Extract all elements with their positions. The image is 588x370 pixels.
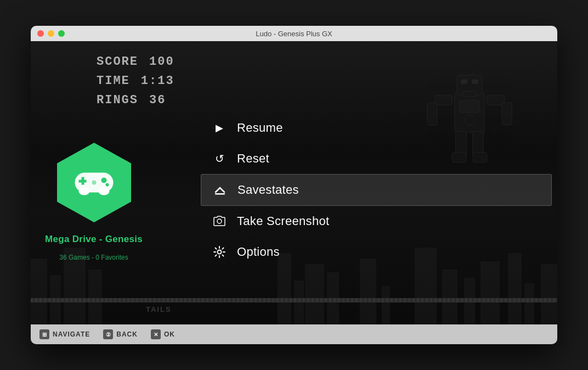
menu-item-reset[interactable]: ↺ Reset	[201, 143, 552, 174]
menu-item-options[interactable]: Options	[201, 237, 552, 267]
svg-rect-5	[487, 95, 505, 105]
tails-text: TAILS	[146, 305, 172, 313]
camera-icon	[212, 214, 227, 229]
ok-control: ✕ OK	[151, 329, 175, 339]
back-control: ② BACK	[103, 329, 138, 339]
navigate-control: ⊞ NAVIGATE	[39, 329, 90, 339]
options-icon	[212, 244, 227, 260]
svg-point-22	[78, 188, 89, 195]
svg-rect-11	[461, 80, 467, 83]
back-badge: ②	[103, 329, 113, 339]
close-button[interactable]	[37, 30, 44, 37]
titlebar: Ludo - Genesis Plus GX	[31, 26, 557, 41]
time-label: TIME	[97, 71, 130, 91]
time-value: 1:13	[141, 71, 174, 91]
svg-point-21	[92, 181, 96, 185]
game-hud: SCORE 100 TIME 1:13 RINGS 36	[97, 52, 174, 110]
savestates-icon	[212, 182, 228, 198]
window-title: Ludo - Genesis Plus GX	[256, 30, 332, 38]
console-logo	[52, 140, 137, 225]
rings-value: 36	[149, 91, 166, 110]
resume-label: Resume	[237, 121, 283, 135]
minimize-button[interactable]	[48, 30, 54, 37]
games-count: 36 Games - 0 Favorites	[59, 254, 128, 261]
bottom-bar: ⊞ NAVIGATE ② BACK ✕ OK	[31, 324, 557, 344]
console-name: Mega Drive - Genesis	[45, 234, 143, 245]
svg-rect-12	[472, 80, 478, 83]
take-screenshot-label: Take Screenshot	[237, 214, 329, 228]
back-label: BACK	[116, 330, 138, 338]
svg-point-23	[98, 188, 109, 195]
svg-rect-3	[434, 95, 452, 105]
rings-label: RINGS	[97, 91, 138, 110]
ok-label: OK	[164, 330, 175, 338]
menu-overlay: ▶ Resume ↺ Reset Savestates	[201, 113, 552, 267]
svg-rect-13	[460, 100, 479, 113]
left-panel: Mega Drive - Genesis 36 Games - 0 Favori…	[36, 140, 151, 261]
resume-icon: ▶	[212, 120, 227, 136]
score-label: SCORE	[97, 52, 138, 71]
score-value: 100	[149, 52, 174, 71]
menu-item-take-screenshot[interactable]: Take Screenshot	[201, 206, 552, 237]
menu-item-resume[interactable]: ▶ Resume	[201, 113, 552, 143]
svg-point-25	[217, 219, 222, 223]
savestates-label: Savestates	[238, 183, 299, 197]
titlebar-buttons	[37, 30, 65, 37]
options-label: Options	[237, 245, 280, 259]
menu-item-savestates[interactable]: Savestates	[201, 174, 552, 206]
svg-point-20	[105, 183, 109, 187]
maximize-button[interactable]	[58, 30, 65, 37]
navigate-label: NAVIGATE	[53, 330, 90, 338]
app-window: Ludo - Genesis Plus GX	[31, 26, 557, 344]
svg-rect-2	[463, 92, 476, 97]
ok-badge: ✕	[151, 329, 161, 339]
svg-point-26	[218, 250, 222, 254]
reset-label: Reset	[237, 152, 269, 166]
svg-point-19	[101, 178, 106, 183]
navigate-badge: ⊞	[39, 329, 49, 339]
svg-rect-24	[215, 193, 225, 195]
ground-strip	[31, 298, 557, 302]
reset-icon: ↺	[212, 151, 227, 166]
svg-rect-18	[81, 177, 84, 185]
game-area: SCORE 100 TIME 1:13 RINGS 36	[31, 41, 557, 324]
